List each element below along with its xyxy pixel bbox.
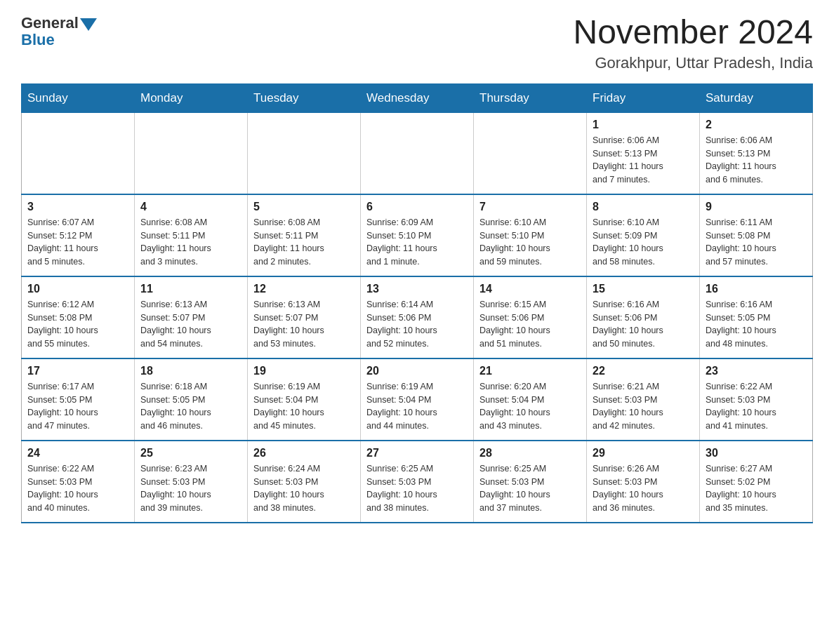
day-number: 1	[593, 119, 694, 131]
day-number: 13	[366, 283, 468, 295]
day-number: 12	[253, 283, 355, 295]
location-title: Gorakhpur, Uttar Pradesh, India	[573, 54, 813, 72]
day-number: 28	[479, 447, 581, 459]
calendar-day-12: 12Sunrise: 6:13 AMSunset: 5:07 PMDayligh…	[248, 276, 361, 358]
day-info: Sunrise: 6:18 AMSunset: 5:05 PMDaylight:…	[140, 380, 241, 433]
calendar-day-6: 6Sunrise: 6:09 AMSunset: 5:10 PMDaylight…	[361, 194, 474, 276]
day-info: Sunrise: 6:12 AMSunset: 5:08 PMDaylight:…	[27, 298, 128, 351]
day-info: Sunrise: 6:07 AMSunset: 5:12 PMDaylight:…	[27, 216, 128, 269]
day-info: Sunrise: 6:21 AMSunset: 5:03 PMDaylight:…	[593, 380, 694, 433]
day-number: 20	[366, 365, 468, 377]
weekday-header-wednesday: Wednesday	[361, 83, 474, 112]
calendar-week-row: 24Sunrise: 6:22 AMSunset: 5:03 PMDayligh…	[22, 441, 813, 523]
calendar-day-9: 9Sunrise: 6:11 AMSunset: 5:08 PMDaylight…	[700, 194, 813, 276]
calendar-day-18: 18Sunrise: 6:18 AMSunset: 5:05 PMDayligh…	[135, 358, 248, 441]
calendar-day-25: 25Sunrise: 6:23 AMSunset: 5:03 PMDayligh…	[135, 441, 248, 523]
calendar-day-15: 15Sunrise: 6:16 AMSunset: 5:06 PMDayligh…	[587, 276, 700, 358]
calendar-empty-cell	[474, 112, 587, 194]
day-number: 8	[593, 201, 694, 213]
day-info: Sunrise: 6:25 AMSunset: 5:03 PMDaylight:…	[479, 462, 581, 515]
calendar-header: SundayMondayTuesdayWednesdayThursdayFrid…	[22, 83, 813, 112]
calendar-week-row: 17Sunrise: 6:17 AMSunset: 5:05 PMDayligh…	[22, 358, 813, 441]
calendar-day-14: 14Sunrise: 6:15 AMSunset: 5:06 PMDayligh…	[474, 276, 587, 358]
weekday-header-sunday: Sunday	[22, 83, 135, 112]
weekday-header-thursday: Thursday	[474, 83, 587, 112]
day-number: 14	[479, 283, 581, 295]
calendar-day-26: 26Sunrise: 6:24 AMSunset: 5:03 PMDayligh…	[248, 441, 361, 523]
day-number: 10	[27, 283, 128, 295]
day-info: Sunrise: 6:25 AMSunset: 5:03 PMDaylight:…	[366, 462, 468, 515]
day-number: 5	[253, 201, 355, 213]
logo: General Blue	[21, 14, 97, 49]
calendar-day-1: 1Sunrise: 6:06 AMSunset: 5:13 PMDaylight…	[587, 112, 700, 194]
day-info: Sunrise: 6:08 AMSunset: 5:11 PMDaylight:…	[253, 216, 355, 269]
day-number: 19	[253, 365, 355, 377]
calendar-day-13: 13Sunrise: 6:14 AMSunset: 5:06 PMDayligh…	[361, 276, 474, 358]
day-info: Sunrise: 6:06 AMSunset: 5:13 PMDaylight:…	[706, 134, 807, 187]
day-number: 26	[253, 447, 355, 459]
day-number: 27	[366, 447, 468, 459]
day-number: 30	[706, 447, 807, 459]
day-number: 23	[706, 365, 807, 377]
calendar-day-11: 11Sunrise: 6:13 AMSunset: 5:07 PMDayligh…	[135, 276, 248, 358]
calendar-body: 1Sunrise: 6:06 AMSunset: 5:13 PMDaylight…	[22, 112, 813, 523]
logo-triangle-icon	[80, 18, 97, 31]
calendar-day-8: 8Sunrise: 6:10 AMSunset: 5:09 PMDaylight…	[587, 194, 700, 276]
day-info: Sunrise: 6:26 AMSunset: 5:03 PMDaylight:…	[593, 462, 694, 515]
day-info: Sunrise: 6:13 AMSunset: 5:07 PMDaylight:…	[253, 298, 355, 351]
calendar-day-21: 21Sunrise: 6:20 AMSunset: 5:04 PMDayligh…	[474, 358, 587, 441]
day-info: Sunrise: 6:10 AMSunset: 5:10 PMDaylight:…	[479, 216, 581, 269]
calendar-day-22: 22Sunrise: 6:21 AMSunset: 5:03 PMDayligh…	[587, 358, 700, 441]
day-number: 6	[366, 201, 468, 213]
day-info: Sunrise: 6:17 AMSunset: 5:05 PMDaylight:…	[27, 380, 128, 433]
logo-general: General	[21, 14, 79, 32]
calendar-day-30: 30Sunrise: 6:27 AMSunset: 5:02 PMDayligh…	[700, 441, 813, 523]
calendar-day-28: 28Sunrise: 6:25 AMSunset: 5:03 PMDayligh…	[474, 441, 587, 523]
calendar-table: SundayMondayTuesdayWednesdayThursdayFrid…	[21, 83, 813, 523]
day-number: 4	[140, 201, 241, 213]
day-info: Sunrise: 6:09 AMSunset: 5:10 PMDaylight:…	[366, 216, 468, 269]
logo-blue: Blue	[21, 31, 55, 49]
day-info: Sunrise: 6:23 AMSunset: 5:03 PMDaylight:…	[140, 462, 241, 515]
day-info: Sunrise: 6:16 AMSunset: 5:05 PMDaylight:…	[706, 298, 807, 351]
calendar-day-17: 17Sunrise: 6:17 AMSunset: 5:05 PMDayligh…	[22, 358, 135, 441]
calendar-day-23: 23Sunrise: 6:22 AMSunset: 5:03 PMDayligh…	[700, 358, 813, 441]
title-section: November 2024 Gorakhpur, Uttar Pradesh, …	[573, 14, 813, 72]
weekday-header-monday: Monday	[135, 83, 248, 112]
calendar-day-29: 29Sunrise: 6:26 AMSunset: 5:03 PMDayligh…	[587, 441, 700, 523]
day-info: Sunrise: 6:11 AMSunset: 5:08 PMDaylight:…	[706, 216, 807, 269]
day-number: 2	[706, 119, 807, 131]
day-number: 18	[140, 365, 241, 377]
calendar-day-10: 10Sunrise: 6:12 AMSunset: 5:08 PMDayligh…	[22, 276, 135, 358]
day-info: Sunrise: 6:06 AMSunset: 5:13 PMDaylight:…	[593, 134, 694, 187]
weekday-header-friday: Friday	[587, 83, 700, 112]
day-number: 11	[140, 283, 241, 295]
calendar-empty-cell	[248, 112, 361, 194]
day-number: 25	[140, 447, 241, 459]
calendar-day-20: 20Sunrise: 6:19 AMSunset: 5:04 PMDayligh…	[361, 358, 474, 441]
day-number: 17	[27, 365, 128, 377]
month-title: November 2024	[573, 14, 813, 51]
calendar-week-row: 1Sunrise: 6:06 AMSunset: 5:13 PMDaylight…	[22, 112, 813, 194]
day-number: 7	[479, 201, 581, 213]
day-info: Sunrise: 6:14 AMSunset: 5:06 PMDaylight:…	[366, 298, 468, 351]
day-info: Sunrise: 6:22 AMSunset: 5:03 PMDaylight:…	[27, 462, 128, 515]
day-info: Sunrise: 6:19 AMSunset: 5:04 PMDaylight:…	[253, 380, 355, 433]
page-header: General Blue November 2024 Gorakhpur, Ut…	[21, 14, 813, 72]
day-info: Sunrise: 6:15 AMSunset: 5:06 PMDaylight:…	[479, 298, 581, 351]
day-info: Sunrise: 6:22 AMSunset: 5:03 PMDaylight:…	[706, 380, 807, 433]
calendar-empty-cell	[135, 112, 248, 194]
calendar-day-2: 2Sunrise: 6:06 AMSunset: 5:13 PMDaylight…	[700, 112, 813, 194]
day-number: 22	[593, 365, 694, 377]
day-number: 21	[479, 365, 581, 377]
day-number: 15	[593, 283, 694, 295]
weekday-header-saturday: Saturday	[700, 83, 813, 112]
calendar-week-row: 3Sunrise: 6:07 AMSunset: 5:12 PMDaylight…	[22, 194, 813, 276]
day-info: Sunrise: 6:08 AMSunset: 5:11 PMDaylight:…	[140, 216, 241, 269]
day-info: Sunrise: 6:16 AMSunset: 5:06 PMDaylight:…	[593, 298, 694, 351]
day-number: 29	[593, 447, 694, 459]
calendar-day-16: 16Sunrise: 6:16 AMSunset: 5:05 PMDayligh…	[700, 276, 813, 358]
weekday-header-tuesday: Tuesday	[248, 83, 361, 112]
day-info: Sunrise: 6:24 AMSunset: 5:03 PMDaylight:…	[253, 462, 355, 515]
calendar-day-3: 3Sunrise: 6:07 AMSunset: 5:12 PMDaylight…	[22, 194, 135, 276]
